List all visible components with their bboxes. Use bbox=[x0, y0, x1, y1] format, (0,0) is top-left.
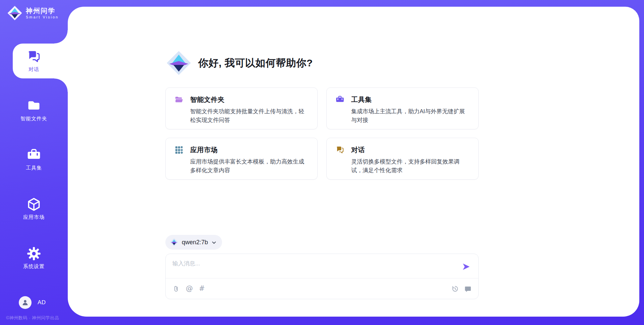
card-title: 对话 bbox=[351, 145, 365, 154]
chat-bubbles-icon bbox=[335, 145, 344, 154]
chat-bubbles-icon bbox=[26, 49, 41, 64]
person-icon bbox=[21, 299, 29, 307]
model-selector[interactable]: qwen2:7b bbox=[165, 235, 222, 250]
sidebar-item-label: 对话 bbox=[29, 66, 39, 73]
avatar bbox=[19, 296, 32, 309]
folder-icon bbox=[26, 99, 41, 113]
sidebar-item-label: 应用市场 bbox=[23, 214, 45, 220]
sidebar-item-label: 系统设置 bbox=[23, 263, 45, 270]
history-icon[interactable] bbox=[451, 285, 459, 292]
brand-diamond-icon bbox=[165, 50, 192, 76]
grid-icon bbox=[174, 145, 183, 154]
card-smart-folders[interactable]: 智能文件夹 智能文件夹功能支持批量文件上传与清洗，轻松实现文件问答 bbox=[165, 87, 318, 129]
sidebar-nav: 对话 智能文件夹 工具集 应用市场 bbox=[0, 44, 68, 290]
card-title: 工具集 bbox=[351, 95, 372, 104]
sidebar-item-toolset[interactable]: 工具集 bbox=[0, 142, 68, 177]
folder-open-icon bbox=[174, 95, 183, 104]
sidebar-item-settings[interactable]: 系统设置 bbox=[0, 241, 68, 275]
sidebar-item-app-market[interactable]: 应用市场 bbox=[0, 191, 68, 226]
user-name: AD bbox=[38, 299, 46, 306]
card-title: 应用市场 bbox=[190, 145, 218, 154]
user-account[interactable]: AD bbox=[19, 296, 46, 309]
model-name: qwen2:7b bbox=[182, 239, 208, 246]
brand-diamond-icon bbox=[7, 5, 23, 21]
app-logo: 神州问学 Smart Vision bbox=[7, 5, 59, 21]
sidebar-item-chat[interactable]: 对话 bbox=[0, 44, 68, 78]
feature-cards: 智能文件夹 智能文件夹功能支持批量文件上传与清洗，轻松实现文件问答 工具集 集成… bbox=[165, 87, 479, 180]
hash-icon[interactable]: # bbox=[199, 285, 205, 292]
chat-home: 你好, 我可以如何帮助你? 智能文件夹 智能文件夹功能支持批量文件上传与清洗，轻… bbox=[165, 0, 479, 299]
copyright-text: ©神州数码 · 神州问学出品 bbox=[6, 315, 59, 321]
brand-subtitle: Smart Vision bbox=[26, 15, 59, 19]
brand-diamond-icon bbox=[170, 238, 178, 247]
message-input[interactable] bbox=[166, 254, 453, 280]
message-icon[interactable] bbox=[464, 285, 472, 292]
card-description: 智能文件夹功能支持批量文件上传与清洗，轻松实现文件问答 bbox=[190, 107, 309, 124]
card-title: 智能文件夹 bbox=[190, 95, 225, 104]
paperclip-icon[interactable] bbox=[172, 285, 180, 292]
sidebar: 神州问学 Smart Vision 对话 智能文件夹 工具集 bbox=[0, 0, 68, 325]
sidebar-item-label: 工具集 bbox=[26, 165, 42, 171]
at-sign-icon[interactable]: @ bbox=[186, 285, 193, 292]
card-description: 集成市场上主流工具，助力AI与外界无缝扩展与对接 bbox=[351, 107, 470, 124]
cube-icon bbox=[26, 197, 41, 212]
brand-name: 神州问学 bbox=[26, 7, 59, 14]
card-toolset[interactable]: 工具集 集成市场上主流工具，助力AI与外界无缝扩展与对接 bbox=[326, 87, 479, 129]
greeting-block: 你好, 我可以如何帮助你? bbox=[165, 50, 479, 76]
briefcase-icon bbox=[335, 95, 344, 104]
card-description: 应用市场提供丰富长文本模板，助力高效生成多样化文章内容 bbox=[190, 157, 309, 175]
composer-toolbar: @ # bbox=[166, 278, 478, 299]
greeting-text: 你好, 我可以如何帮助你? bbox=[198, 56, 313, 70]
sidebar-item-label: 智能文件夹 bbox=[20, 116, 47, 122]
gear-icon bbox=[26, 246, 41, 261]
card-app-market[interactable]: 应用市场 应用市场提供丰富长文本模板，助力高效生成多样化文章内容 bbox=[165, 138, 318, 180]
sidebar-item-smart-folders[interactable]: 智能文件夹 bbox=[0, 93, 68, 128]
card-description: 灵活切换多模型文件，支持多样回复效果调试，满足个性化需求 bbox=[351, 157, 470, 175]
message-composer: @ # bbox=[165, 254, 479, 299]
card-chat[interactable]: 对话 灵活切换多模型文件，支持多样回复效果调试，满足个性化需求 bbox=[326, 138, 479, 180]
send-icon[interactable] bbox=[462, 262, 471, 271]
chevron-down-icon bbox=[211, 240, 217, 245]
toolbox-icon bbox=[26, 148, 41, 162]
